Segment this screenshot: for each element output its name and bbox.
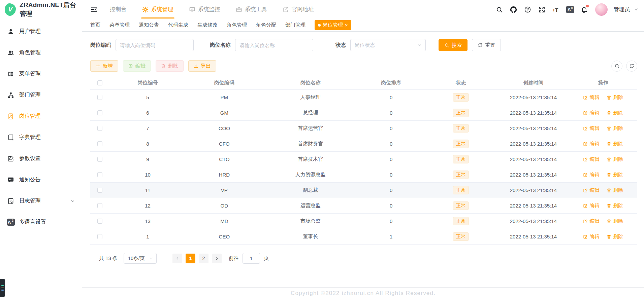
tab-gen-edit[interactable]: 生成修改 ×	[197, 22, 218, 28]
app-logo[interactable]: V ZRAdmin.NET后台管理	[0, 0, 82, 19]
sidebar-item-param[interactable]: 参数设置	[0, 148, 82, 169]
prev-page-button[interactable]	[172, 254, 182, 263]
tab-close-icon[interactable]: ×	[345, 23, 348, 28]
header-tool-font-size[interactable]: TT	[550, 4, 561, 15]
collapse-sidebar-button[interactable]	[90, 6, 98, 13]
tab-dept[interactable]: 部门管理 ×	[285, 22, 305, 28]
header-tool-help[interactable]	[522, 4, 533, 15]
sidebar-item-user[interactable]: 用户管理	[0, 21, 82, 42]
sidebar-item-notice[interactable]: 通知公告	[0, 169, 82, 190]
search-button[interactable]: 搜索	[439, 39, 468, 51]
table-row[interactable]: 6 GM 总经理 0 正常 2022-05-13 21:35:14 编辑 删除	[90, 105, 637, 121]
user-name[interactable]: 管理员	[614, 6, 630, 13]
cell-post-id: 1	[109, 234, 186, 239]
row-checkbox[interactable]	[97, 157, 102, 162]
row-checkbox[interactable]	[97, 126, 102, 131]
cell-post-sort: 0	[358, 125, 424, 131]
table-row[interactable]: 5 PM 人事经理 0 正常 2022-05-13 21:35:14 编辑 删除	[90, 90, 637, 105]
table-row[interactable]: 10 HRD 人力资源总监 0 正常 2022-05-13 21:35:14 编…	[90, 167, 637, 183]
delete-link[interactable]: 删除	[607, 125, 623, 132]
devtools-toggle[interactable]	[0, 279, 5, 297]
status-select[interactable]: 岗位状态	[350, 39, 426, 51]
sidebar-item-lang[interactable]: A文 多语言设置	[0, 212, 82, 233]
tab-notice[interactable]: 通知公告 ×	[139, 22, 159, 28]
refresh-table-button[interactable]	[626, 61, 637, 72]
nav-item-system-manage[interactable]: 系统管理	[142, 0, 173, 19]
table-row[interactable]: 12 OD 运营总监 0 正常 2022-05-13 21:35:14 编辑 删…	[90, 198, 637, 214]
table-body: 5 PM 人事经理 0 正常 2022-05-13 21:35:14 编辑 删除	[90, 90, 637, 245]
tab-role[interactable]: 角色管理 ×	[227, 22, 247, 28]
edit-link[interactable]: 编辑	[583, 187, 599, 193]
header-tool-fullscreen[interactable]	[536, 4, 547, 15]
delete-link[interactable]: 删除	[607, 187, 623, 193]
edit-link[interactable]: 编辑	[583, 141, 599, 147]
sidebar-item-post[interactable]: 岗位管理	[0, 106, 82, 127]
toolbar-button-delete[interactable]: 删除	[156, 60, 184, 72]
row-checkbox[interactable]	[97, 203, 102, 208]
toggle-search-button[interactable]	[611, 61, 622, 72]
edit-link[interactable]: 编辑	[583, 94, 599, 101]
table-row[interactable]: 7 COO 首席运营官 0 正常 2022-05-13 21:35:14 编辑 …	[90, 121, 637, 136]
row-checkbox[interactable]	[97, 110, 102, 115]
page-button[interactable]: 2	[199, 254, 208, 263]
toolbar-button-edit[interactable]: 编辑	[123, 60, 151, 72]
delete-link[interactable]: 删除	[607, 218, 623, 224]
row-checkbox[interactable]	[97, 234, 102, 239]
row-checkbox[interactable]	[97, 188, 102, 193]
row-checkbox[interactable]	[97, 172, 102, 177]
nav-item-system-tools[interactable]: 系统工具	[236, 0, 267, 19]
edit-link[interactable]: 编辑	[583, 202, 599, 209]
nav-item-website[interactable]: 官网地址	[283, 0, 314, 19]
edit-link[interactable]: 编辑	[583, 218, 599, 224]
select-all-checkbox[interactable]	[97, 80, 102, 85]
user-avatar[interactable]	[595, 3, 608, 16]
row-checkbox[interactable]	[97, 219, 102, 224]
cell-post-id: 7	[109, 125, 186, 131]
delete-link[interactable]: 删除	[607, 172, 623, 178]
sidebar-item-dict[interactable]: 字典管理	[0, 127, 82, 148]
toolbar-button-add[interactable]: 新增	[90, 60, 118, 72]
header-tool-search[interactable]	[494, 4, 505, 15]
edit-link[interactable]: 编辑	[583, 156, 599, 162]
delete-link[interactable]: 删除	[607, 141, 623, 147]
edit-link[interactable]: 编辑	[583, 233, 599, 240]
table-row[interactable]: 1 CEO 董事长 1 正常 2022-05-13 21:35:14 编辑 删除	[90, 229, 637, 245]
edit-link[interactable]: 编辑	[583, 110, 599, 116]
user-menu-caret-icon[interactable]	[634, 7, 639, 12]
edit-link[interactable]: 编辑	[583, 125, 599, 132]
goto-page-input[interactable]	[243, 253, 260, 264]
nav-item-system-monitor[interactable]: 系统监控	[189, 0, 220, 19]
tab-role-assign[interactable]: 角色分配 ×	[256, 22, 276, 28]
header-tool-github[interactable]	[508, 4, 519, 15]
page-button[interactable]: 1	[186, 254, 195, 263]
header-tool-translate[interactable]: Ax	[565, 4, 576, 15]
table-row[interactable]: 11 VP 副总裁 0 正常 2022-05-13 21:35:14 编辑 删除	[90, 183, 637, 198]
table-row[interactable]: 9 CTO 首席技术官 0 正常 2022-05-13 21:35:14 编辑 …	[90, 152, 637, 167]
sidebar-item-menu[interactable]: 菜单管理	[0, 63, 82, 84]
tab-post[interactable]: 岗位管理 ×	[315, 20, 351, 30]
page-size-select[interactable]: 10条/页	[124, 253, 157, 264]
sidebar-item-role[interactable]: 角色管理	[0, 42, 82, 63]
delete-link[interactable]: 删除	[607, 110, 623, 116]
sidebar-item-dept[interactable]: 部门管理	[0, 84, 82, 106]
toolbar-button-export[interactable]: 导出	[188, 60, 216, 72]
post-code-input[interactable]	[116, 39, 194, 51]
delete-link[interactable]: 删除	[607, 202, 623, 209]
row-checkbox[interactable]	[97, 95, 102, 100]
row-checkbox[interactable]	[97, 141, 102, 146]
nav-item-console[interactable]: 控制台	[110, 0, 127, 19]
next-page-button[interactable]	[212, 254, 222, 263]
header-tool-notifications[interactable]	[579, 4, 590, 15]
tab-gen-code[interactable]: 代码生成 ×	[168, 22, 188, 28]
edit-link[interactable]: 编辑	[583, 172, 599, 178]
delete-link[interactable]: 删除	[607, 156, 623, 162]
tab-menu[interactable]: 菜单管理 ×	[109, 22, 130, 28]
tab-home[interactable]: 首页 ×	[90, 22, 100, 28]
delete-link[interactable]: 删除	[607, 233, 623, 240]
reset-button[interactable]: 重置	[472, 39, 501, 51]
table-row[interactable]: 13 MD 市场总监 0 正常 2022-05-13 21:35:14 编辑 删…	[90, 214, 637, 229]
table-row[interactable]: 8 CFO 首席财务官 0 正常 2022-05-13 21:35:14 编辑 …	[90, 136, 637, 152]
post-name-input[interactable]	[235, 39, 313, 51]
sidebar-item-log[interactable]: 日志管理	[0, 190, 82, 212]
delete-link[interactable]: 删除	[607, 94, 623, 101]
